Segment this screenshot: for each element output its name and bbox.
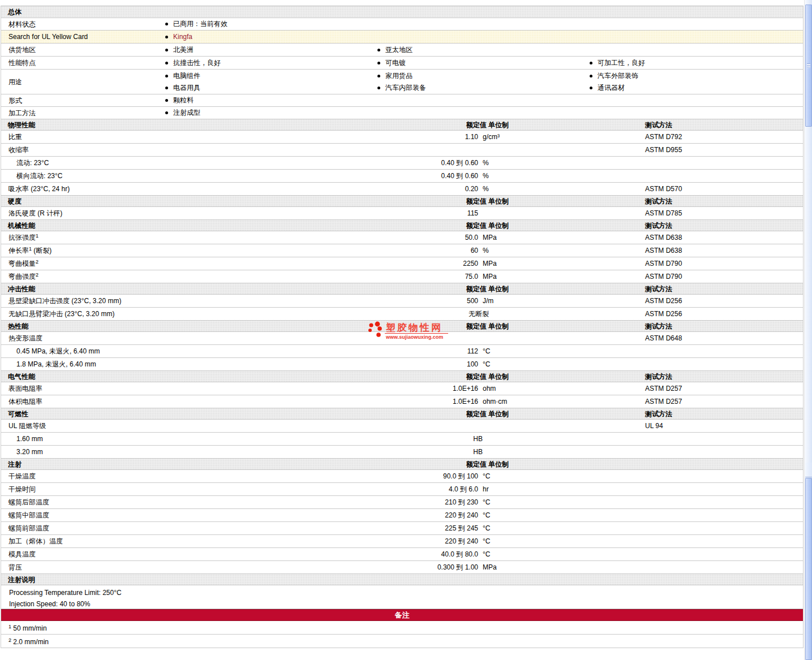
bullet-item-label: 北美洲	[173, 45, 194, 55]
bullet-icon	[165, 36, 168, 38]
bullet-item: 已商用：当前有效	[165, 18, 227, 30]
test-method: ASTM D785	[645, 209, 682, 217]
bullet-item: 可电镀	[377, 57, 406, 69]
section-header-row: 冲击性能额定值 单位制测试方法	[1, 283, 803, 295]
property-unit: MPa	[483, 260, 497, 268]
property-label: 悬壁梁缺口冲击强度 (23°C, 3.20 mm)	[8, 296, 122, 306]
property-unit: %	[483, 185, 489, 193]
bullet-item: 汽车内部装备	[377, 82, 426, 94]
property-unit: %	[483, 159, 489, 167]
remarks-banner: 备注	[1, 609, 803, 621]
property-label: 螺筒后部温度	[8, 498, 49, 507]
test-method: ASTM D955	[645, 146, 682, 154]
property-label: 吸水率 (23°C, 24 hr)	[8, 184, 70, 194]
property-row: 干燥温度90.0 到 100°C	[1, 470, 803, 483]
property-value: 112	[369, 347, 478, 355]
property-row: 1.60 mmHB	[1, 433, 803, 446]
bullet-column: 电脑组件电器用具	[165, 70, 200, 94]
bullet-column: 家用货品汽车内部装备	[377, 70, 426, 94]
property-row: 模具温度40.0 到 80.0°C	[1, 548, 803, 561]
property-label: 比重	[8, 132, 22, 142]
value-unit-column-header: 额定值 单位制	[397, 372, 509, 381]
yellow-card-link[interactable]: Kingfa	[165, 31, 192, 43]
section-header-row: 总体	[1, 6, 803, 18]
footnote-row: 1 50 mm/min	[1, 621, 803, 635]
property-value: HB	[373, 435, 483, 443]
value-unit-column-header: 额定值 单位制	[397, 221, 509, 230]
property-value: 100	[369, 360, 478, 368]
section-header-row: 硬度额定值 单位制测试方法	[1, 196, 803, 207]
property-unit: J/m	[483, 297, 493, 305]
property-value: 115	[369, 209, 478, 217]
bullet-item-label: 电脑组件	[173, 71, 200, 81]
property-value: 4.0 到 6.0	[369, 485, 478, 494]
bullet-item-label[interactable]: Kingfa	[173, 33, 192, 41]
property-value: 500	[369, 297, 478, 305]
property-label: 背压	[8, 563, 22, 572]
property-value: 50.0	[369, 234, 478, 241]
test-method: ASTM D638	[645, 234, 682, 241]
bullet-icon	[165, 111, 168, 114]
property-value: HB	[373, 448, 483, 456]
section-title: 注射说明	[8, 575, 35, 584]
bullet-item: 颗粒料	[165, 94, 194, 106]
bullet-property-row: 材料状态已商用：当前有效	[1, 18, 803, 31]
material-datasheet-table: 总体材料状态已商用：当前有效Search for UL Yellow CardK…	[1, 6, 804, 648]
bullet-icon	[377, 87, 380, 89]
bullet-icon	[165, 62, 168, 64]
property-row: 弯曲强度275.0MPaASTM D790	[1, 270, 803, 283]
bullet-icon	[165, 49, 168, 51]
bullet-column: 注射成型	[165, 107, 200, 119]
test-method: ASTM D790	[645, 260, 682, 268]
scrollbar-track[interactable]	[804, 0, 812, 660]
scrollbar-grip-icon	[807, 63, 810, 68]
footnote-row: 2 2.0 mm/min	[1, 635, 803, 648]
property-unit: °C	[483, 511, 490, 519]
bullet-column: 已商用：当前有效	[165, 18, 227, 30]
property-label: 体积电阻率	[8, 397, 42, 407]
bullet-item: 电脑组件	[165, 70, 200, 82]
property-label: 模具温度	[8, 550, 36, 559]
section-title: 硬度	[8, 196, 22, 206]
bullet-column: 抗撞击性，良好	[165, 57, 221, 69]
property-row: 抗张强度150.0MPaASTM D638	[1, 231, 803, 244]
scrollbar-thumb-bottom[interactable]	[805, 478, 812, 660]
bullet-icon	[165, 75, 168, 77]
scrollbar-segment[interactable]	[805, 463, 812, 477]
section-header-row: 可燃性额定值 单位制测试方法	[1, 408, 803, 420]
section-header-row: 注射说明	[1, 574, 803, 585]
footnote-text: 2 2.0 mm/min	[8, 637, 49, 645]
method-column-header: 测试方法	[645, 372, 672, 381]
value-unit-column-header: 额定值 单位制	[397, 409, 509, 419]
test-method: ASTM D257	[645, 385, 682, 392]
section-title: 机械性能	[8, 221, 35, 230]
note-line: Injection Speed: 40 to 80%	[1, 598, 803, 610]
test-method: ASTM D257	[645, 398, 682, 406]
bullet-item: 可加工性，良好	[590, 57, 645, 69]
method-column-header: 测试方法	[645, 221, 672, 230]
bullet-icon	[377, 49, 380, 51]
property-row: 吸水率 (23°C, 24 hr)0.20%ASTM D570	[1, 183, 803, 196]
injection-notes-row: Processing Temperature Limit: 250°CInjec…	[1, 585, 803, 609]
test-method: ASTM D790	[645, 273, 682, 281]
property-label: 横向流动: 23°C	[16, 171, 62, 181]
section-header-row: 注射额定值 单位制	[1, 459, 803, 470]
section-header-row: 机械性能额定值 单位制测试方法	[1, 220, 803, 231]
property-unit: MPa	[483, 563, 497, 571]
bullet-item-label: 家用货品	[385, 71, 413, 81]
value-unit-column-header: 额定值 单位制	[397, 120, 509, 130]
property-row: 热变形温度ASTM D648	[1, 332, 803, 345]
bullet-property-row: 形式颗粒料	[1, 94, 803, 107]
bullet-column: 可加工性，良好	[590, 57, 645, 69]
bullet-item-label: 汽车内部装备	[385, 83, 426, 93]
test-method: ASTM D638	[645, 247, 682, 254]
property-label: 弯曲模量2	[8, 259, 38, 269]
test-method: ASTM D648	[645, 334, 682, 342]
method-column-header: 测试方法	[645, 321, 672, 331]
bullet-item-label: 电器用具	[173, 83, 200, 93]
bullet-item-label: 汽车外部装饰	[598, 71, 638, 81]
scrollbar-thumb-top[interactable]	[805, 5, 812, 127]
property-unit: °C	[483, 524, 490, 532]
section-title: 注射	[8, 459, 22, 469]
property-label: 加工（熔体）温度	[8, 537, 63, 546]
